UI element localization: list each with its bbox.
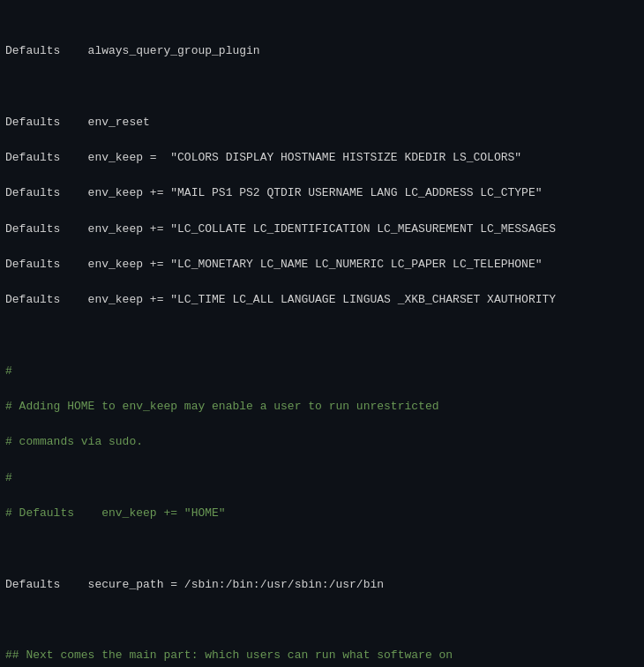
code-line xyxy=(5,540,639,558)
code-line: Defaults env_keep += "LC_TIME LC_ALL LAN… xyxy=(5,291,639,309)
code-line: # Defaults env_keep += "HOME" xyxy=(5,505,639,522)
code-line: Defaults env_keep += "LC_COLLATE LC_IDEN… xyxy=(5,221,639,238)
terminal-window: Defaults always_query_group_plugin Defau… xyxy=(0,0,644,667)
code-line: # Adding HOME to env_keep may enable a u… xyxy=(5,398,639,416)
code-line: ## Next comes the main part: which users… xyxy=(5,647,639,664)
code-line xyxy=(5,611,639,629)
code-line: # xyxy=(5,469,639,487)
code-line: Defaults env_keep += "LC_MONETARY LC_NAM… xyxy=(5,256,639,274)
code-block: Defaults always_query_group_plugin Defau… xyxy=(5,7,639,667)
code-line: Defaults env_reset xyxy=(5,114,639,131)
code-line xyxy=(5,79,639,96)
code-line: Defaults env_keep += "MAIL PS1 PS2 QTDIR… xyxy=(5,184,639,202)
code-line: Defaults always_query_group_plugin xyxy=(5,42,639,60)
code-line: Defaults secure_path = /sbin:/bin:/usr/s… xyxy=(5,576,639,594)
code-line: Defaults env_keep = "COLORS DISPLAY HOST… xyxy=(5,149,639,167)
code-line: # commands via sudo. xyxy=(5,433,639,451)
code-line xyxy=(5,327,639,345)
code-line: # xyxy=(5,363,639,380)
